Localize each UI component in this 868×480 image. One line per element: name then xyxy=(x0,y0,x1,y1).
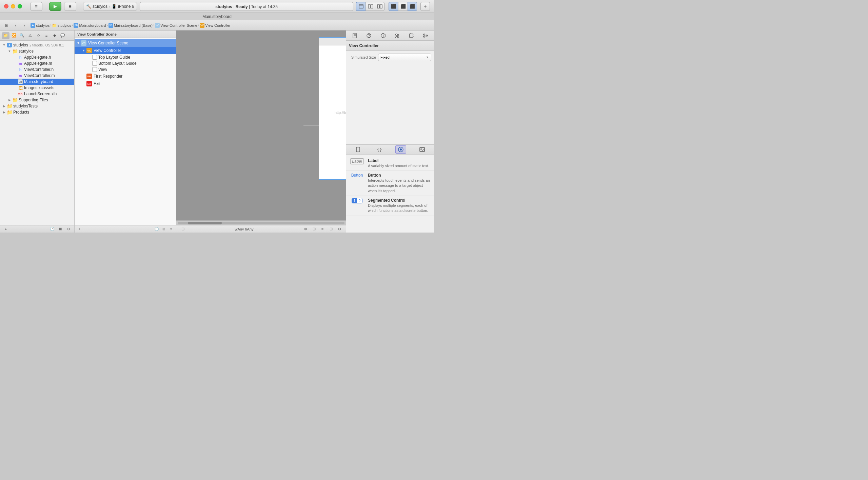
widget-item-label[interactable]: Label Label A variably sized amount of s… xyxy=(346,156,434,171)
nav-appdelegate-m[interactable]: m AppDelegate.m xyxy=(0,60,74,66)
nav-images-xcassets[interactable]: 🖼 Images.xcassets xyxy=(0,85,74,91)
insp-file-btn[interactable] xyxy=(349,32,360,40)
expand-arrow: ▶ xyxy=(1,104,7,108)
nav-appdelegate-h[interactable]: h AppDelegate.h xyxy=(0,54,74,60)
widget-item-button[interactable]: Button Button Intercepts touch events an… xyxy=(346,171,434,196)
canvas-content[interactable]: ⚙ ● ■ http://blog.csdn.net/drlyee xyxy=(176,31,346,220)
insp-connections-btn[interactable] xyxy=(420,32,431,40)
bc-studyios-folder[interactable]: 📁 studyios xyxy=(52,23,71,28)
lib-media-btn[interactable] xyxy=(417,145,428,154)
add-button[interactable]: + xyxy=(420,2,430,11)
stop-button[interactable]: ■ xyxy=(64,2,76,11)
nav-folder-studyios[interactable]: ▼ 📁 studyios xyxy=(0,48,74,54)
bc-mainstoryboard-base[interactable]: SB Main.storyboard (Base) xyxy=(108,23,153,28)
run-button[interactable]: ▶ xyxy=(49,2,61,11)
filter-button[interactable]: ⊞ xyxy=(57,226,64,233)
grid-button[interactable]: ⊞ xyxy=(327,226,335,232)
nav-products[interactable]: ▶ 📁 Products xyxy=(0,109,74,115)
nav-debug-icon[interactable]: ≡ xyxy=(43,32,50,39)
add-object-button[interactable]: ⊙ xyxy=(336,226,343,232)
nav-studyios-tests[interactable]: ▶ 📁 studyiosTests xyxy=(0,103,74,109)
checkbox-view[interactable] xyxy=(92,67,97,72)
canvas-scroll-thumb[interactable] xyxy=(188,222,222,224)
ios-body: http://blog.csdn.net/drlyee xyxy=(319,45,346,180)
simulated-size-select[interactable]: Fixed ▼ xyxy=(378,54,431,61)
outline-header-text: View Controller Scene xyxy=(77,32,117,36)
minimize-button[interactable] xyxy=(11,4,15,8)
inspector-panel-button[interactable]: ⬛ xyxy=(408,2,417,11)
insp-attributes-btn[interactable] xyxy=(392,32,402,40)
nav-mainstoryboard[interactable]: SB Main.storyboard xyxy=(0,79,74,85)
canvas-area[interactable]: ⚙ ● ■ http://blog.csdn.net/drlyee ⊞ xyxy=(176,31,346,233)
close-button[interactable] xyxy=(4,4,8,8)
outline-search-button[interactable]: ⊙ xyxy=(168,226,174,232)
canvas-scrollbar[interactable] xyxy=(178,222,344,224)
nav-log-icon[interactable]: 💬 xyxy=(59,32,66,39)
standard-editor-button[interactable] xyxy=(356,2,366,11)
vc-icon: VC xyxy=(86,47,92,54)
svg-point-30 xyxy=(426,35,428,36)
zoom-button[interactable]: ⊞ xyxy=(310,226,318,232)
forward-button[interactable]: › xyxy=(20,22,28,29)
scheme-selector[interactable]: 🔨 studyios › 📱 iPhone 6 xyxy=(83,2,137,11)
outline-filter-button[interactable]: 🕐 xyxy=(154,226,160,232)
assistant-editor-button[interactable] xyxy=(366,2,375,11)
checkbox-bottom-layout[interactable] xyxy=(92,61,97,66)
outline-option-button[interactable]: ⊞ xyxy=(161,226,167,232)
ot-exit[interactable]: EX Exit xyxy=(75,80,176,87)
nav-vc-h[interactable]: h ViewController.h xyxy=(0,66,74,73)
svg-rect-33 xyxy=(356,147,360,152)
recent-files-button[interactable]: 🕐 xyxy=(48,226,56,233)
bc-vcscene[interactable]: VC View Controller Scene xyxy=(155,23,197,28)
back-button[interactable]: ‹ xyxy=(12,22,20,29)
nav-source-icon[interactable]: 🔀 xyxy=(10,32,18,39)
nav-vc-m[interactable]: m ViewController.m xyxy=(0,73,74,79)
expand-arrow: ▼ xyxy=(76,41,81,45)
canvas-scrollbar-container[interactable] xyxy=(176,220,346,225)
bc-studyios-project[interactable]: A studyios xyxy=(31,23,50,28)
zoom-fit-button[interactable]: ⊕ xyxy=(302,226,309,232)
bc-vc[interactable]: VC View Controller xyxy=(200,23,230,28)
lib-snippet-btn[interactable]: {} xyxy=(374,145,385,154)
lib-file-btn[interactable] xyxy=(353,145,363,154)
nav-test-icon[interactable]: ◇ xyxy=(35,32,42,39)
lib-object-btn[interactable] xyxy=(395,145,406,154)
nav-launchscreen-xib[interactable]: xib LaunchScreen.xib xyxy=(0,91,74,97)
nav-search-icon[interactable]: 🔍 xyxy=(18,32,26,39)
insp-quick-help-btn[interactable]: ? xyxy=(363,32,374,40)
insp-identity-btn[interactable] xyxy=(378,32,389,40)
ot-first-responder[interactable]: FR First Responder xyxy=(75,73,176,80)
ot-vc[interactable]: ▼ VC View Controller xyxy=(75,47,176,54)
insp-size-btn[interactable] xyxy=(406,32,417,40)
widget-item-segmented[interactable]: 1 2 Segmented Control Displays multiple … xyxy=(346,196,434,216)
vc-icon: VC xyxy=(200,23,204,28)
widget-name-label: Label xyxy=(368,158,431,163)
maximize-button[interactable] xyxy=(18,4,22,8)
ot-vcscene[interactable]: ▼ VC View Controller Scene xyxy=(75,39,176,47)
ot-view[interactable]: View xyxy=(75,66,176,73)
canvas-footer-center: wAny hAny xyxy=(235,227,253,231)
nav-project-item[interactable]: ▼ A studyios 2 targets, iOS SDK 8.1 xyxy=(0,42,74,48)
expand-arrow: ▼ xyxy=(81,49,86,52)
ot-bottom-layout-guide[interactable]: Bottom Layout Guide xyxy=(75,60,176,66)
nav-filter-text-button[interactable]: ⊙ xyxy=(65,226,72,233)
navigator-toggle-button[interactable]: ≡ xyxy=(30,2,42,11)
debug-panel-button[interactable]: ⬛ xyxy=(398,2,408,11)
nav-warning-icon[interactable]: ⚠ xyxy=(26,32,34,39)
ot-top-layout-guide[interactable]: Top Layout Guide xyxy=(75,54,176,60)
grid-view-button[interactable]: ⊞ xyxy=(3,22,11,29)
navigator-panel-button[interactable]: ⬛ xyxy=(389,2,398,11)
layout-button[interactable]: ≡ xyxy=(319,226,326,232)
bc-mainstoryboard[interactable]: SB Main.storyboard xyxy=(74,23,106,28)
nav-supporting-files[interactable]: ▶ 📁 Supporting Files xyxy=(0,97,74,103)
storyboard-view-button[interactable]: ⊞ xyxy=(179,226,186,232)
version-editor-button[interactable] xyxy=(375,2,384,11)
nav-breakpoint-icon[interactable]: ◆ xyxy=(51,32,58,39)
svg-rect-5 xyxy=(380,5,382,8)
nav-folder-icon[interactable]: 📁 xyxy=(2,32,9,39)
add-file-button[interactable]: + xyxy=(2,226,9,233)
checkbox-top-layout[interactable] xyxy=(92,55,97,60)
outline-add-button[interactable]: + xyxy=(77,226,83,232)
widget-name-button: Button xyxy=(368,173,431,178)
label-preview-text: Label xyxy=(350,158,363,164)
